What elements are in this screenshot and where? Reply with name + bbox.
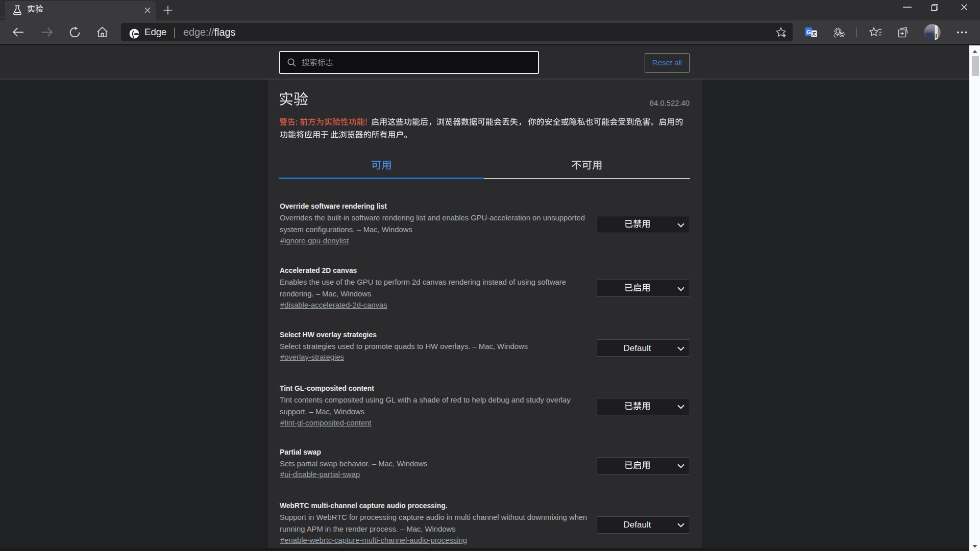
svg-text:G: G [806, 29, 811, 35]
